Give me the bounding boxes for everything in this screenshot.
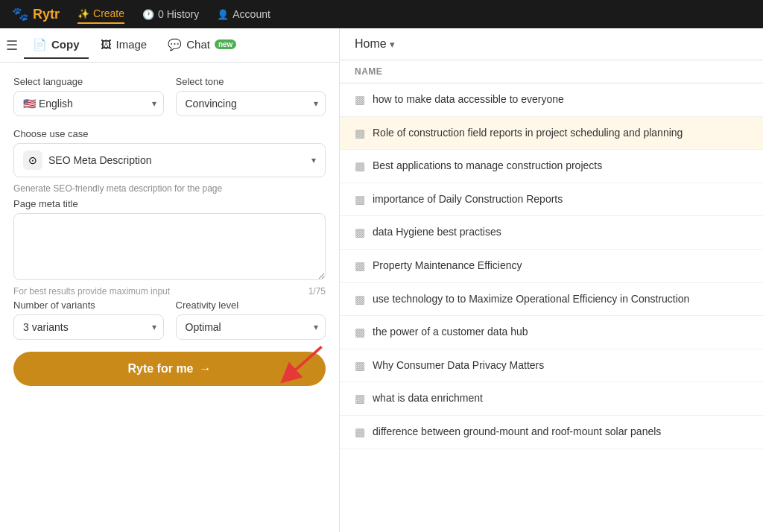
right-panel: Home ▾ NAME ▩ how to make data accessibl…: [340, 28, 763, 532]
use-case-selector[interactable]: ⊙ SEO Meta Description ▾: [13, 143, 326, 177]
doc-icon: ▩: [355, 425, 365, 439]
doc-icon: ▩: [355, 127, 365, 140]
history-item[interactable]: ▩ difference between ground-mount and ro…: [340, 416, 763, 449]
language-group: Select language 🇺🇸 English: [13, 76, 164, 116]
doc-icon: ▩: [355, 293, 365, 306]
logo-text: Rytr: [33, 7, 60, 22]
ryte-for-me-button[interactable]: Ryte for me: [13, 352, 326, 386]
home-dropdown[interactable]: Home ▾: [355, 37, 395, 51]
tab-copy[interactable]: 📄 Copy: [24, 32, 89, 59]
chat-badge: new: [215, 39, 236, 49]
nav-account-label: Account: [232, 8, 270, 20]
doc-icon: ▩: [355, 392, 365, 405]
history-item[interactable]: ▩ importance of Daily Construction Repor…: [340, 183, 763, 217]
nav-create-label: Create: [93, 7, 124, 19]
create-icon: ✨: [77, 8, 89, 19]
history-item-text: Why Consumer Data Privacy Matters: [373, 358, 544, 373]
history-item[interactable]: ▩ use technology to to Maximize Operatio…: [340, 283, 763, 317]
nav-history[interactable]: 🕐 0 History: [142, 5, 199, 23]
creativity-select-wrapper: Optimal: [176, 314, 326, 340]
textarea-hint: For best results provide maximum input: [13, 286, 170, 297]
doc-icon: ▩: [355, 159, 365, 173]
ryte-btn-label: Ryte for me: [127, 362, 193, 376]
language-select-wrapper: 🇺🇸 English: [13, 91, 164, 116]
main-layout: ☰ 📄 Copy 🖼 Image 💬 Chat new Select langu…: [0, 28, 763, 532]
tab-bar: ☰ 📄 Copy 🖼 Image 💬 Chat new: [0, 28, 339, 63]
doc-icon: ▩: [355, 326, 365, 339]
variants-select-wrapper: 3 variants: [13, 314, 164, 340]
history-item[interactable]: ▩ what is data enrichment: [340, 382, 763, 416]
doc-icon: ▩: [355, 259, 365, 273]
nav-create[interactable]: ✨ Create: [77, 4, 124, 24]
image-tab-icon: 🖼: [101, 38, 112, 51]
doc-icon: ▩: [355, 193, 365, 206]
page-title-input[interactable]: [13, 213, 326, 280]
page-title-group: Page meta title For best results provide…: [13, 198, 326, 297]
use-case-hint: Generate SEO-friendly meta description f…: [13, 183, 326, 194]
logo-icon: 🐾: [12, 6, 28, 22]
history-item[interactable]: ▩ data Hygiene best practises: [340, 216, 763, 250]
tab-chat[interactable]: 💬 Chat new: [159, 32, 245, 59]
nav-account[interactable]: 👤 Account: [217, 5, 270, 23]
creativity-label: Creativity level: [176, 300, 326, 311]
history-item-text: Role of construction field reports in pr…: [373, 126, 683, 141]
tab-image-label: Image: [116, 38, 148, 51]
doc-icon: ▩: [355, 226, 365, 239]
use-case-group: Choose use case ⊙ SEO Meta Description ▾…: [13, 128, 326, 194]
variants-label: Number of variants: [13, 300, 164, 311]
history-list: ▩ how to make data accessible to everyon…: [340, 83, 763, 532]
history-item[interactable]: ▩ how to make data accessible to everyon…: [340, 83, 763, 117]
history-item-text: data Hygiene best practises: [373, 225, 501, 240]
textarea-count: 1/75: [308, 286, 326, 297]
tone-label: Select tone: [176, 76, 326, 87]
ryte-btn-container: Ryte for me: [13, 352, 326, 386]
menu-icon[interactable]: ☰: [6, 37, 18, 54]
tab-copy-label: Copy: [51, 38, 80, 51]
history-item-text: Property Maintenance Efficiency: [373, 259, 522, 273]
tone-select-wrapper: Convincing: [176, 91, 326, 116]
history-item-text: difference between ground-mount and roof…: [373, 425, 661, 440]
use-case-icon: ⊙: [23, 151, 42, 170]
textarea-footer: For best results provide maximum input 1…: [13, 286, 326, 297]
variants-creativity-row: Number of variants 3 variants Creativity…: [13, 300, 326, 340]
history-item-text: how to make data accessible to everyone: [373, 92, 564, 107]
language-tone-row: Select language 🇺🇸 English Select tone C…: [13, 76, 326, 116]
page-title-label: Page meta title: [13, 198, 326, 209]
copy-tab-icon: 📄: [33, 38, 47, 51]
creativity-group: Creativity level Optimal: [176, 300, 326, 340]
tone-select[interactable]: Convincing: [176, 91, 326, 116]
left-panel: ☰ 📄 Copy 🖼 Image 💬 Chat new Select langu…: [0, 28, 340, 532]
history-icon: 🕐: [142, 9, 154, 20]
tab-chat-label: Chat: [186, 38, 210, 51]
use-case-label: Choose use case: [13, 128, 326, 139]
tone-group: Select tone Convincing: [176, 76, 326, 116]
history-item[interactable]: ▩ Property Maintenance Efficiency: [340, 250, 763, 283]
history-item[interactable]: ▩ Role of construction field reports in …: [340, 117, 763, 151]
history-item-text: the power of a customer data hub: [373, 325, 528, 340]
home-label: Home: [355, 37, 387, 51]
history-item[interactable]: ▩ the power of a customer data hub: [340, 316, 763, 349]
doc-icon: ▩: [355, 93, 365, 107]
history-item-text: importance of Daily Construction Reports: [373, 192, 563, 207]
variants-select[interactable]: 3 variants: [13, 314, 164, 340]
creativity-select[interactable]: Optimal: [176, 314, 326, 340]
variants-group: Number of variants 3 variants: [13, 300, 164, 340]
nav-history-label: 0 History: [158, 8, 199, 20]
list-column-header: NAME: [340, 60, 763, 83]
language-label: Select language: [13, 76, 164, 87]
top-nav: 🐾 Rytr ✨ Create 🕐 0 History 👤 Account: [0, 0, 763, 28]
history-item[interactable]: ▩ Best applications to manage constructi…: [340, 150, 763, 183]
logo[interactable]: 🐾 Rytr: [12, 6, 60, 22]
home-chevron-icon: ▾: [390, 39, 395, 50]
language-select[interactable]: 🇺🇸 English: [13, 91, 164, 116]
tab-image[interactable]: 🖼 Image: [92, 32, 156, 58]
use-case-value: SEO Meta Description: [48, 154, 305, 166]
history-item[interactable]: ▩ Why Consumer Data Privacy Matters: [340, 349, 763, 383]
history-item-text: use technology to to Maximize Operationa…: [373, 292, 689, 307]
account-icon: 👤: [217, 9, 229, 20]
form-area: Select language 🇺🇸 English Select tone C…: [0, 63, 339, 532]
history-item-text: what is data enrichment: [373, 391, 483, 406]
history-item-text: Best applications to manage construction…: [373, 159, 602, 174]
chat-tab-icon: 💬: [168, 38, 182, 51]
use-case-chevron: ▾: [311, 155, 316, 165]
